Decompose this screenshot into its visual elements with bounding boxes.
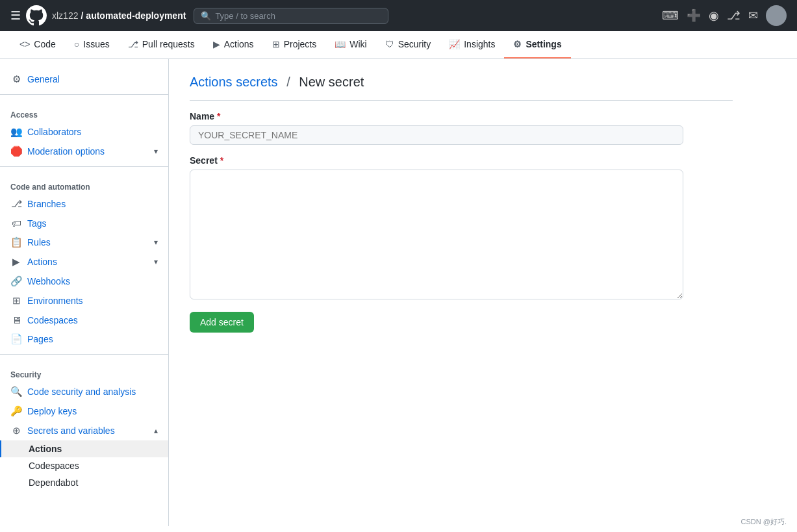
sidebar-item-branches[interactable]: ⎇ Branches <box>0 194 168 214</box>
insights-icon: 📈 <box>449 39 460 49</box>
name-field-group: Name * <box>190 111 733 145</box>
sidebar-divider-2 <box>0 166 168 167</box>
code-security-icon: 🔍 <box>10 386 22 398</box>
sidebar-item-actions[interactable]: ▶ Actions ▾ <box>0 252 168 272</box>
sidebar-pages-label: Pages <box>27 334 53 344</box>
topbar: ☰ xlz122 / automated-deployment 🔍 Type /… <box>0 0 797 31</box>
sidebar-item-codespaces[interactable]: 🖥 Codespaces <box>0 310 168 329</box>
sidebar-branches-label: Branches <box>27 199 66 209</box>
name-input[interactable] <box>190 125 683 145</box>
avatar[interactable] <box>766 5 787 26</box>
sidebar-code-security-label: Code security and analysis <box>27 386 136 397</box>
sidebar: ⚙ General Access 👥 Collaborators 🛑 Moder… <box>0 59 169 526</box>
breadcrumb-user[interactable]: xlz122 <box>52 10 78 21</box>
nav-pr-label: Pull requests <box>142 39 195 49</box>
wiki-icon: 📖 <box>335 39 346 49</box>
sidebar-item-pages[interactable]: 📄 Pages <box>0 329 168 349</box>
plus-icon[interactable]: ➕ <box>687 8 701 23</box>
nav-issues[interactable]: ○ Issues <box>65 31 119 58</box>
code-icon: <> <box>19 39 30 49</box>
breadcrumb-current: New secret <box>299 75 364 89</box>
sidebar-sub-codespaces-label: Codespaces <box>29 461 79 471</box>
add-secret-button[interactable]: Add secret <box>190 312 254 333</box>
branches-icon: ⎇ <box>10 198 22 210</box>
layout: ⚙ General Access 👥 Collaborators 🛑 Moder… <box>0 59 797 526</box>
nav-code[interactable]: <> Code <box>10 31 65 58</box>
hamburger-icon[interactable]: ☰ <box>10 8 21 23</box>
nav-insights-label: Insights <box>464 39 495 49</box>
sidebar-divider-1 <box>0 94 168 95</box>
main-content: Actions secrets / New secret Name * Secr… <box>169 59 753 526</box>
sidebar-item-moderation[interactable]: 🛑 Moderation options ▾ <box>0 142 168 161</box>
nav-projects-label: Projects <box>284 39 317 49</box>
topbar-left: ☰ xlz122 / automated-deployment <box>10 5 186 26</box>
sidebar-item-code-security[interactable]: 🔍 Code security and analysis <box>0 382 168 401</box>
secret-field-group: Secret * <box>190 155 733 301</box>
breadcrumb-separator: / <box>286 75 290 89</box>
sidebar-security-section: Security <box>0 360 168 382</box>
sidebar-item-general[interactable]: ⚙ General <box>0 70 168 89</box>
sidebar-collaborators-label: Collaborators <box>27 127 81 137</box>
footer-note: CSDN @好巧. <box>741 517 787 526</box>
nav-projects[interactable]: ⊞ Projects <box>263 31 326 58</box>
projects-icon: ⊞ <box>272 39 280 49</box>
sidebar-item-webhooks[interactable]: 🔗 Webhooks <box>0 272 168 291</box>
page-breadcrumb: Actions secrets / New secret <box>190 75 733 101</box>
sidebar-item-deploy-keys[interactable]: 🔑 Deploy keys <box>0 401 168 421</box>
name-required-marker: * <box>217 111 220 121</box>
security-nav-icon: 🛡 <box>385 39 394 49</box>
breadcrumb-actions-secrets-link[interactable]: Actions secrets <box>190 75 278 89</box>
sidebar-item-environments[interactable]: ⊞ Environments <box>0 291 168 310</box>
nav-wiki[interactable]: 📖 Wiki <box>325 31 375 58</box>
inbox-icon[interactable]: ✉ <box>748 8 758 23</box>
breadcrumb: xlz122 / automated-deployment <box>52 10 186 21</box>
sidebar-general-label: General <box>27 74 60 84</box>
secrets-icon: ⊕ <box>10 425 22 437</box>
sidebar-item-rules[interactable]: 📋 Rules ▾ <box>0 233 168 252</box>
nav-settings[interactable]: ⚙ Settings <box>504 31 570 58</box>
sidebar-code-automation-section: Code and automation <box>0 172 168 194</box>
environments-icon: ⊞ <box>10 295 22 307</box>
sidebar-sub-dependabot[interactable]: Dependabot <box>0 474 168 491</box>
moderation-icon: 🛑 <box>10 146 22 157</box>
pr-icon: ⎇ <box>128 39 138 49</box>
nav-actions-label: Actions <box>224 39 254 49</box>
pullrequest-icon[interactable]: ⎇ <box>727 8 740 23</box>
topbar-right: ⌨ ➕ ◉ ⎇ ✉ <box>662 5 787 26</box>
breadcrumb-repo[interactable]: automated-deployment <box>86 10 186 21</box>
sidebar-sub-actions[interactable]: Actions <box>0 440 168 457</box>
sidebar-item-secrets[interactable]: ⊕ Secrets and variables ▴ <box>0 421 168 440</box>
nav-issues-label: Issues <box>83 39 109 49</box>
nav-code-label: Code <box>34 39 55 49</box>
breadcrumb-sep: / <box>81 10 83 21</box>
sidebar-webhooks-label: Webhooks <box>27 276 70 286</box>
secret-required-marker: * <box>220 155 223 166</box>
github-logo-icon[interactable] <box>26 5 47 26</box>
terminal-icon[interactable]: ⌨ <box>662 8 679 23</box>
nav-pullrequests[interactable]: ⎇ Pull requests <box>119 31 204 58</box>
sidebar-sub-codespaces[interactable]: Codespaces <box>0 457 168 474</box>
sidebar-divider-3 <box>0 354 168 355</box>
sidebar-codespaces-label: Codespaces <box>27 315 78 325</box>
nav-security[interactable]: 🛡 Security <box>376 31 440 58</box>
circle-icon[interactable]: ◉ <box>709 8 719 23</box>
deploy-keys-icon: 🔑 <box>10 405 22 417</box>
nav-security-label: Security <box>398 39 431 49</box>
nav-settings-label: Settings <box>525 39 561 49</box>
nav-actions[interactable]: ▶ Actions <box>204 31 263 58</box>
pages-icon: 📄 <box>10 333 22 345</box>
sidebar-item-collaborators[interactable]: 👥 Collaborators <box>0 122 168 142</box>
sidebar-rules-label: Rules <box>27 237 51 247</box>
rules-icon: 📋 <box>10 236 22 248</box>
sidebar-sub-dependabot-label: Dependabot <box>29 477 78 488</box>
actions-chevron-icon: ▾ <box>154 257 158 266</box>
topbar-search[interactable]: 🔍 Type / to search <box>194 8 388 24</box>
nav-insights[interactable]: 📈 Insights <box>440 31 504 58</box>
settings-icon: ⚙ <box>513 39 522 49</box>
sidebar-moderation-label: Moderation options <box>27 146 105 157</box>
actions-nav-icon: ▶ <box>213 39 220 49</box>
sidebar-item-tags[interactable]: 🏷 Tags <box>0 214 168 233</box>
search-icon: 🔍 <box>201 11 211 21</box>
secret-textarea[interactable] <box>190 170 683 299</box>
sidebar-actions-label: Actions <box>27 257 57 267</box>
